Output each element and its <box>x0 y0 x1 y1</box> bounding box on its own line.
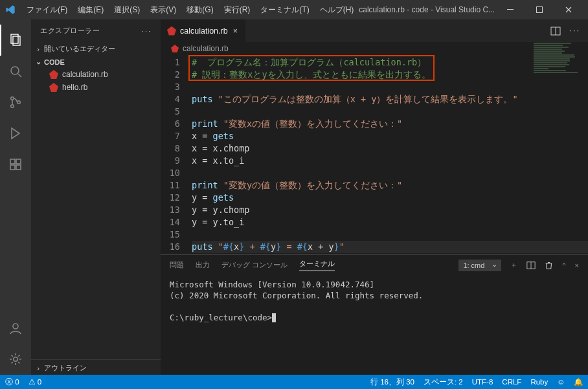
status-errors[interactable]: ⓧ 0 <box>5 377 19 387</box>
svg-rect-9 <box>10 165 15 170</box>
close-button[interactable] <box>554 0 583 19</box>
file-hello[interactable]: hello.rb <box>31 81 161 94</box>
svg-rect-1 <box>536 7 542 13</box>
ruby-file-icon <box>49 70 58 79</box>
panel-tab-terminal[interactable]: ターミナル <box>299 259 335 271</box>
status-language[interactable]: Ruby <box>530 378 548 386</box>
extensions-icon[interactable] <box>0 149 31 180</box>
source-control-icon[interactable] <box>0 87 31 118</box>
svg-point-5 <box>11 97 14 100</box>
status-warnings[interactable]: ⚠ 0 <box>28 377 42 386</box>
status-line-col[interactable]: 行 16、列 30 <box>370 377 414 387</box>
svg-point-12 <box>13 324 18 329</box>
menu-go[interactable]: 移動(G) <box>182 3 218 17</box>
svg-point-4 <box>11 67 19 74</box>
ruby-file-icon <box>49 83 58 92</box>
account-icon[interactable] <box>0 313 31 344</box>
terminal-panel: 問題 出力 デバッグ コンソール ターミナル 1: cmd ＋ ^ × Micr… <box>161 254 588 351</box>
panel-tab-debug[interactable]: デバッグ コンソール <box>221 260 288 270</box>
explorer-title: エクスプローラー <box>40 26 100 36</box>
minimize-button[interactable] <box>495 0 525 19</box>
tab-calculation[interactable]: calculation.rb × <box>161 19 246 42</box>
menu-select[interactable]: 選択(S) <box>109 3 144 17</box>
editor-tabs: calculation.rb × ··· <box>161 19 588 42</box>
svg-rect-8 <box>10 159 15 164</box>
activity-bar <box>0 19 31 375</box>
status-spaces[interactable]: スペース: 2 <box>424 377 463 387</box>
split-terminal-icon[interactable] <box>526 261 536 270</box>
svg-rect-10 <box>16 165 21 170</box>
svg-point-7 <box>17 101 21 104</box>
menu-help[interactable]: ヘルプ(H) <box>315 3 359 17</box>
svg-point-6 <box>11 105 14 108</box>
more-icon[interactable]: ··· <box>142 27 152 35</box>
window-title: calculation.rb - code - Visual Studio C.… <box>358 5 495 14</box>
vscode-logo-icon <box>5 5 16 15</box>
title-bar: ファイル(F) 編集(E) 選択(S) 表示(V) 移動(G) 実行(R) ター… <box>0 0 588 19</box>
settings-icon[interactable] <box>0 344 31 375</box>
svg-rect-2 <box>11 34 18 43</box>
ruby-file-icon <box>171 45 179 52</box>
svg-rect-3 <box>13 36 20 45</box>
menu-bar: ファイル(F) 編集(E) 選択(S) 表示(V) 移動(G) 実行(R) ター… <box>22 3 358 17</box>
menu-view[interactable]: 表示(V) <box>146 3 181 17</box>
more-actions-icon[interactable]: ··· <box>570 26 580 36</box>
new-terminal-icon[interactable]: ＋ <box>510 260 517 270</box>
status-encoding[interactable]: UTF-8 <box>472 378 493 386</box>
minimap[interactable] <box>530 42 588 236</box>
close-tab-icon[interactable]: × <box>232 27 239 36</box>
editor-area: calculation.rb × ··· calculation.rb 1234… <box>161 19 588 375</box>
maximize-button[interactable] <box>525 0 554 19</box>
terminal-output[interactable]: Microsoft Windows [Version 10.0.19042.74… <box>161 275 588 327</box>
panel-tab-output[interactable]: 出力 <box>196 260 210 270</box>
open-editors-section[interactable]: ›開いているエディター <box>31 42 161 56</box>
menu-file[interactable]: ファイル(F) <box>22 3 72 17</box>
close-panel-icon[interactable]: × <box>575 261 579 269</box>
menu-run[interactable]: 実行(R) <box>220 3 255 17</box>
code-editor[interactable]: 12345678910111213141516 # プログラム名：加算プログラム… <box>161 55 588 254</box>
status-feedback-icon[interactable]: ☺ <box>557 378 565 386</box>
svg-rect-11 <box>16 159 21 164</box>
kill-terminal-icon[interactable] <box>545 261 553 269</box>
run-debug-icon[interactable] <box>0 118 31 149</box>
menu-terminal[interactable]: ターミナル(T) <box>256 3 313 17</box>
status-bar: ⓧ 0 ⚠ 0 行 16、列 30 スペース: 2 UTF-8 CRLF Rub… <box>0 375 588 389</box>
status-bell-icon[interactable]: 🔔 <box>574 377 583 386</box>
explorer-sidebar: エクスプローラー ··· ›開いているエディター ⌄CODE calculati… <box>31 19 161 375</box>
ruby-file-icon <box>167 27 176 36</box>
status-eol[interactable]: CRLF <box>502 378 521 386</box>
folder-section[interactable]: ⌄CODE <box>31 56 161 68</box>
svg-point-13 <box>14 357 17 361</box>
breadcrumb[interactable]: calculation.rb <box>161 42 588 55</box>
explorer-icon[interactable] <box>0 25 31 56</box>
panel-tab-problems[interactable]: 問題 <box>170 260 184 270</box>
split-editor-icon[interactable] <box>550 26 561 36</box>
menu-edit[interactable]: 編集(E) <box>73 3 108 17</box>
maximize-panel-icon[interactable]: ^ <box>562 261 565 269</box>
search-icon[interactable] <box>0 56 31 87</box>
svg-rect-0 <box>507 9 514 10</box>
file-calculation[interactable]: calculation.rb <box>31 68 161 81</box>
terminal-selector[interactable]: 1: cmd <box>458 260 501 271</box>
outline-section[interactable]: ›アウトライン <box>31 359 161 375</box>
